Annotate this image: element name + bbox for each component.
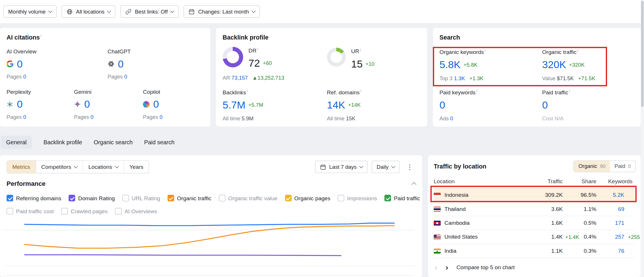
united-states-flag bbox=[434, 234, 441, 239]
table-row-indonesia[interactable]: Indonesia 309.2K 96.5% 5.2K bbox=[434, 188, 635, 202]
ref-domains-value[interactable]: 14K bbox=[327, 99, 345, 111]
pages-count[interactable]: 0 bbox=[23, 74, 26, 80]
ai-item-name: AI Overview bbox=[7, 48, 37, 55]
tab-backlink-profile[interactable]: Backlink profile bbox=[44, 136, 82, 149]
checkbox-checked[interactable] bbox=[168, 195, 174, 201]
info-icon[interactable]: i bbox=[485, 48, 486, 53]
info-icon[interactable]: i bbox=[476, 89, 477, 93]
legend-organic-pages[interactable]: Organic pages bbox=[285, 195, 331, 201]
keywords-link[interactable]: 76 bbox=[618, 248, 624, 254]
cost-line: Cost N/A bbox=[542, 115, 570, 121]
pages-count[interactable]: 0 bbox=[124, 74, 127, 80]
checkbox-unchecked[interactable] bbox=[115, 208, 122, 215]
compare-top5-link[interactable]: Compare top 5 on chart bbox=[457, 264, 515, 270]
organic-toggle-button[interactable]: Organic90 bbox=[574, 161, 610, 172]
legend-impressions[interactable]: Impressions bbox=[338, 195, 377, 201]
pages-count[interactable]: 0 bbox=[91, 114, 93, 120]
date-range-dropdown[interactable]: Last 7 days bbox=[315, 161, 368, 173]
checkbox-unchecked[interactable] bbox=[338, 195, 344, 201]
info-icon[interactable]: i bbox=[361, 89, 361, 93]
metrics-button[interactable]: Metrics bbox=[7, 161, 35, 173]
organic-keywords-value[interactable]: 5.8K bbox=[440, 59, 461, 70]
info-icon[interactable]: i bbox=[257, 47, 258, 51]
pages-count[interactable]: 0 bbox=[159, 114, 162, 120]
gemini-count[interactable]: 0 bbox=[84, 98, 90, 110]
ai-citation-perplexity: Perplexity 0 Pages 0 bbox=[7, 89, 31, 120]
keywords-link[interactable]: 257 bbox=[615, 234, 624, 240]
organic-paid-toggle: Organic90 Paid0 bbox=[574, 160, 636, 172]
years-button[interactable]: Years bbox=[124, 161, 149, 173]
globe-icon bbox=[67, 8, 73, 14]
organic-traffic-block: Organic traffici 320K+320K Value $71.5K … bbox=[542, 48, 595, 81]
tab-organic-search[interactable]: Organic search bbox=[94, 136, 133, 149]
info-icon[interactable]: i bbox=[577, 48, 578, 53]
info-icon[interactable]: i bbox=[41, 34, 42, 38]
page: Monthly volume All locations Best links:… bbox=[0, 0, 644, 277]
legend-url-rating[interactable]: URL Rating bbox=[122, 195, 160, 201]
locations-dropdown[interactable]: Locations bbox=[83, 161, 124, 173]
paid-count: 0 bbox=[628, 163, 631, 169]
checkbox-checked[interactable] bbox=[7, 195, 13, 201]
dr-donut-chart bbox=[223, 47, 243, 67]
scrollbar-thumb[interactable] bbox=[641, 1, 644, 107]
info-icon[interactable]: i bbox=[360, 48, 361, 52]
legend-ai-overviews[interactable]: AI Overviews bbox=[115, 208, 157, 215]
legend-paid-traffic[interactable]: Paid traffic bbox=[384, 195, 420, 201]
legend-crawled-pages[interactable]: Crawled pages bbox=[61, 208, 108, 215]
paid-keywords-value[interactable]: 0 bbox=[440, 99, 445, 111]
collapse-chevron-icon[interactable] bbox=[412, 182, 416, 187]
prev-page-arrow[interactable]: ‹ bbox=[435, 263, 438, 271]
column-location: Location bbox=[434, 178, 531, 184]
competitors-dropdown[interactable]: Competitors bbox=[35, 161, 82, 173]
info-icon[interactable]: i bbox=[247, 89, 248, 93]
keywords-link[interactable]: 171 bbox=[615, 220, 624, 226]
checkbox-checked[interactable] bbox=[69, 195, 75, 201]
ai-citations-title: AI citationsi bbox=[7, 34, 42, 41]
paid-toggle-button[interactable]: Paid0 bbox=[610, 161, 635, 172]
ads-count[interactable]: 0 bbox=[450, 115, 453, 121]
paid-keywords-block: Paid keywordsi 0 Ads 0 bbox=[440, 89, 477, 121]
info-icon[interactable]: i bbox=[569, 89, 570, 93]
legend-domain-rating[interactable]: Domain Rating bbox=[69, 195, 115, 201]
perplexity-count[interactable]: 0 bbox=[17, 98, 22, 110]
paid-traffic-value[interactable]: 0 bbox=[542, 99, 548, 111]
tab-general[interactable]: General bbox=[1, 136, 32, 149]
table-row-cambodia[interactable]: Cambodia 1.6K 0.5% 171 bbox=[434, 216, 635, 230]
legend-organic-traffic-value[interactable]: Organic traffic value bbox=[219, 195, 277, 201]
organic-traffic-value[interactable]: 320K bbox=[542, 59, 566, 70]
chevron-down-icon bbox=[107, 9, 111, 13]
checkbox-unchecked[interactable] bbox=[122, 195, 129, 201]
ai-overview-count[interactable]: 0 bbox=[17, 58, 22, 70]
table-row-thailand[interactable]: Thailand 3.6K 1.1% 69 bbox=[434, 202, 635, 216]
legend-referring-domains[interactable]: Referring domains bbox=[7, 195, 61, 201]
changes-dropdown[interactable]: Changes: Last month bbox=[184, 5, 260, 18]
checkbox-checked[interactable] bbox=[285, 195, 292, 201]
tab-paid-search[interactable]: Paid search bbox=[144, 136, 174, 149]
next-page-arrow[interactable]: › bbox=[446, 263, 448, 271]
chatgpt-icon bbox=[108, 60, 114, 67]
monthly-volume-dropdown[interactable]: Monthly volume bbox=[3, 5, 57, 18]
all-locations-dropdown[interactable]: All locations bbox=[62, 5, 116, 18]
top3-value[interactable]: 1.3K bbox=[454, 75, 465, 81]
checkbox-unchecked[interactable] bbox=[7, 208, 13, 215]
keywords-link[interactable]: 5.2K bbox=[613, 192, 624, 198]
granularity-dropdown[interactable]: Daily bbox=[372, 161, 400, 173]
chatgpt-count[interactable]: 0 bbox=[118, 58, 124, 70]
scrollbar-track[interactable] bbox=[641, 0, 644, 277]
share-cell: 1.1% bbox=[564, 206, 599, 212]
kebab-menu-icon[interactable]: ⋮ bbox=[404, 162, 416, 171]
checkbox-checked[interactable] bbox=[384, 195, 391, 201]
pages-count[interactable]: 0 bbox=[23, 114, 26, 120]
keywords-link[interactable]: 69 bbox=[618, 206, 624, 212]
copilot-count[interactable]: 0 bbox=[153, 98, 159, 110]
legend-paid-traffic-cost[interactable]: Paid traffic cost bbox=[7, 208, 54, 215]
ar-value[interactable]: 73,157 bbox=[232, 75, 248, 81]
backlinks-value[interactable]: 5.7M bbox=[223, 99, 245, 111]
metric-legend-row-2: Paid traffic cost Crawled pages AI Overv… bbox=[7, 208, 157, 215]
checkbox-unchecked[interactable] bbox=[219, 195, 226, 201]
checkbox-unchecked[interactable] bbox=[61, 208, 68, 215]
table-row-united-states[interactable]: United States 1.4K+1.4K 0.4% 257+255 bbox=[434, 230, 635, 244]
best-links-dropdown[interactable]: Best links: Off bbox=[121, 5, 179, 18]
legend-organic-traffic[interactable]: Organic traffic bbox=[168, 195, 211, 201]
table-row-india[interactable]: India 1.1K 0.3% 76 bbox=[434, 244, 635, 258]
